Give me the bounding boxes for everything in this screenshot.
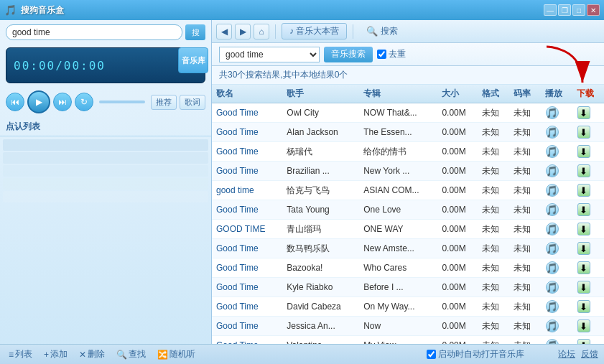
download-cell[interactable]: ⬇ (572, 123, 604, 142)
play-cell[interactable]: 🎵 (541, 123, 572, 142)
camp-button[interactable]: ♪ 音乐大本营 (282, 23, 347, 39)
download-song-button[interactable]: ⬇ (577, 242, 590, 255)
left-search-input[interactable] (6, 24, 182, 40)
home-button[interactable]: ⌂ (254, 24, 269, 39)
play-cell[interactable]: 🎵 (541, 162, 572, 181)
play-cell[interactable]: 🎵 (541, 181, 572, 200)
library-button[interactable]: 音乐库 (178, 47, 208, 73)
feedback-link[interactable]: 反馈 (581, 348, 598, 360)
download-song-button[interactable]: ⬇ (577, 106, 590, 119)
song-size: 0.00M (437, 123, 477, 142)
song-name: good time (212, 181, 282, 200)
download-cell[interactable]: ⬇ (572, 200, 604, 220)
bottom-bar: ≡ 列表 + 添加 ✕ 删除 🔍 查找 🔀 随机听 启动时自动打开音乐库 论坛 … (0, 344, 604, 364)
play-song-button[interactable]: 🎵 (546, 261, 559, 274)
results-table-container[interactable]: 歌名 歌手 专辑 大小 格式 码率 播放 下载 Good Time Owl Ci… (212, 85, 604, 364)
search-select[interactable]: good time (219, 47, 320, 62)
table-row[interactable]: good time 恰克与飞鸟 ASIAN COM... 0.00M 未知 未知… (212, 181, 604, 200)
play-cell[interactable]: 🎵 (541, 258, 572, 278)
download-cell[interactable]: ⬇ (572, 239, 604, 258)
download-song-button[interactable]: ⬇ (577, 223, 590, 235)
find-button[interactable]: 🔍 查找 (113, 347, 149, 362)
forward-button[interactable]: ▶ (235, 24, 251, 39)
download-cell[interactable]: ⬇ (572, 142, 604, 162)
prev-button[interactable]: ⏮ (6, 93, 24, 111)
close-button[interactable]: ✕ (587, 4, 600, 16)
time-display: 00:00/00:00 (14, 59, 106, 73)
play-song-button[interactable]: 🎵 (546, 281, 559, 294)
delete-button[interactable]: ✕ 删除 (76, 347, 108, 362)
play-song-button[interactable]: 🎵 (546, 164, 559, 177)
play-song-button[interactable]: 🎵 (546, 106, 559, 119)
download-cell[interactable]: ⬇ (572, 258, 604, 278)
play-song-button[interactable]: 🎵 (546, 300, 559, 313)
dedup-checkbox[interactable] (377, 50, 386, 59)
play-cell[interactable]: 🎵 (541, 220, 572, 239)
lyrics-button[interactable]: 歌词 (180, 95, 205, 110)
shuffle-button[interactable]: 🔀 随机听 (154, 347, 198, 362)
download-cell[interactable]: ⬇ (572, 297, 604, 317)
table-row[interactable]: Good Time Owl City NOW That&... 0.00M 未知… (212, 103, 604, 123)
download-cell[interactable]: ⬇ (572, 278, 604, 297)
recommend-button[interactable]: 推荐 (151, 95, 177, 110)
list-button[interactable]: ≡ 列表 (6, 347, 35, 362)
play-cell[interactable]: 🎵 (541, 103, 572, 123)
play-song-button[interactable]: 🎵 (546, 223, 559, 235)
forum-link[interactable]: 论坛 (558, 348, 575, 360)
table-row[interactable]: Good Time Alan Jackson The Essen... 0.00… (212, 123, 604, 142)
song-bitrate: 未知 (509, 162, 541, 181)
maximize-button[interactable]: □ (572, 4, 585, 16)
play-cell[interactable]: 🎵 (541, 239, 572, 258)
restore-button[interactable]: ❐ (558, 4, 571, 16)
startup-checkbox[interactable] (427, 350, 436, 359)
play-song-button[interactable]: 🎵 (546, 184, 559, 197)
table-row[interactable]: Good Time 数马鸭乐队 New Amste... 0.00M 未知 未知… (212, 239, 604, 258)
play-cell[interactable]: 🎵 (541, 317, 572, 336)
download-song-button[interactable]: ⬇ (577, 261, 590, 274)
play-cell[interactable]: 🎵 (541, 278, 572, 297)
download-cell[interactable]: ⬇ (572, 162, 604, 181)
play-cell[interactable]: 🎵 (541, 142, 572, 162)
table-row[interactable]: Good Time Tata Young One Love 0.00M 未知 未… (212, 200, 604, 220)
download-song-button[interactable]: ⬇ (577, 126, 590, 139)
play-cell[interactable]: 🎵 (541, 297, 572, 317)
refresh-button[interactable]: ↻ (75, 93, 93, 111)
play-song-button[interactable]: 🎵 (546, 203, 559, 216)
table-row[interactable]: Good Time Jessica An... Now 0.00M 未知 未知 … (212, 317, 604, 336)
download-cell[interactable]: ⬇ (572, 220, 604, 239)
minimize-button[interactable]: — (544, 4, 557, 16)
song-album: ONE WAY (359, 220, 437, 239)
download-song-button[interactable]: ⬇ (577, 203, 590, 216)
download-song-button[interactable]: ⬇ (577, 319, 590, 332)
table-row[interactable]: Good Time Brazilian ... New York ... 0.0… (212, 162, 604, 181)
download-cell[interactable]: ⬇ (572, 103, 604, 123)
play-song-button[interactable]: 🎵 (546, 145, 559, 158)
table-row[interactable]: Good Time 杨瑞代 给你的情书 0.00M 未知 未知 🎵 ⬇ (212, 142, 604, 162)
download-song-button[interactable]: ⬇ (577, 164, 590, 177)
left-search-button[interactable]: 搜 (185, 24, 205, 40)
volume-slider[interactable] (99, 101, 145, 103)
song-album: NOW That&... (359, 103, 437, 123)
download-song-button[interactable]: ⬇ (577, 281, 590, 294)
music-search-button[interactable]: 音乐搜索 (324, 47, 373, 62)
table-row[interactable]: Good Time Bazooka! Who Cares 0.00M 未知 未知… (212, 258, 604, 278)
back-button[interactable]: ◀ (216, 24, 232, 39)
play-song-button[interactable]: 🎵 (546, 242, 559, 255)
download-song-button[interactable]: ⬇ (577, 184, 590, 197)
play-button[interactable]: ▶ (27, 90, 50, 113)
download-song-button[interactable]: ⬇ (577, 300, 590, 313)
table-row[interactable]: GOOD TIME 青山缁玛 ONE WAY 0.00M 未知 未知 🎵 ⬇ (212, 220, 604, 239)
play-song-button[interactable]: 🎵 (546, 319, 559, 332)
download-song-button[interactable]: ⬇ (577, 145, 590, 158)
table-row[interactable]: Good Time Kyle Riabko Before I ... 0.00M… (212, 278, 604, 297)
table-row[interactable]: Good Time David Cabeza On My Way... 0.00… (212, 297, 604, 317)
play-song-button[interactable]: 🎵 (546, 126, 559, 139)
download-cell[interactable]: ⬇ (572, 317, 604, 336)
next-button[interactable]: ⏭ (53, 93, 72, 111)
play-cell[interactable]: 🎵 (541, 200, 572, 220)
song-bitrate: 未知 (509, 123, 541, 142)
download-cell[interactable]: ⬇ (572, 181, 604, 200)
song-size: 0.00M (437, 317, 477, 336)
add-button[interactable]: + 添加 (41, 347, 70, 362)
song-artist: Bazooka! (282, 258, 359, 278)
